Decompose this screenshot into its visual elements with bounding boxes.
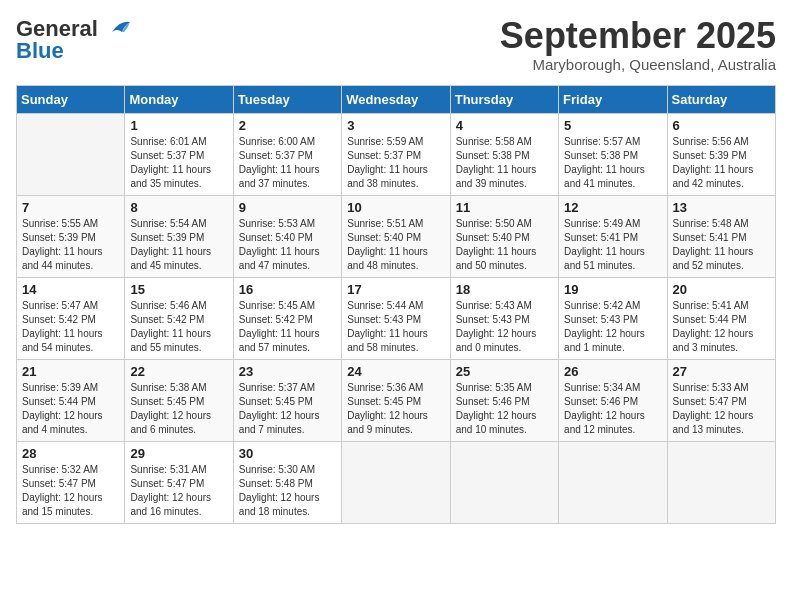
header-day-monday: Monday — [125, 85, 233, 113]
day-number: 30 — [239, 446, 336, 461]
header-day-friday: Friday — [559, 85, 667, 113]
day-info: Sunrise: 5:38 AMSunset: 5:45 PMDaylight:… — [130, 381, 227, 437]
calendar-cell: 2Sunrise: 6:00 AMSunset: 5:37 PMDaylight… — [233, 113, 341, 195]
day-info: Sunrise: 5:57 AMSunset: 5:38 PMDaylight:… — [564, 135, 661, 191]
calendar-cell: 22Sunrise: 5:38 AMSunset: 5:45 PMDayligh… — [125, 359, 233, 441]
day-number: 15 — [130, 282, 227, 297]
calendar-cell: 7Sunrise: 5:55 AMSunset: 5:39 PMDaylight… — [17, 195, 125, 277]
day-info: Sunrise: 5:41 AMSunset: 5:44 PMDaylight:… — [673, 299, 770, 355]
calendar-cell — [342, 441, 450, 523]
day-info: Sunrise: 5:39 AMSunset: 5:44 PMDaylight:… — [22, 381, 119, 437]
calendar-cell: 21Sunrise: 5:39 AMSunset: 5:44 PMDayligh… — [17, 359, 125, 441]
day-info: Sunrise: 5:37 AMSunset: 5:45 PMDaylight:… — [239, 381, 336, 437]
header-day-tuesday: Tuesday — [233, 85, 341, 113]
day-number: 5 — [564, 118, 661, 133]
header-day-wednesday: Wednesday — [342, 85, 450, 113]
logo-bird-icon — [102, 18, 130, 40]
calendar-cell: 24Sunrise: 5:36 AMSunset: 5:45 PMDayligh… — [342, 359, 450, 441]
day-number: 11 — [456, 200, 553, 215]
header-day-saturday: Saturday — [667, 85, 775, 113]
calendar-cell: 6Sunrise: 5:56 AMSunset: 5:39 PMDaylight… — [667, 113, 775, 195]
calendar-cell: 12Sunrise: 5:49 AMSunset: 5:41 PMDayligh… — [559, 195, 667, 277]
day-number: 18 — [456, 282, 553, 297]
calendar-cell: 5Sunrise: 5:57 AMSunset: 5:38 PMDaylight… — [559, 113, 667, 195]
day-info: Sunrise: 5:34 AMSunset: 5:46 PMDaylight:… — [564, 381, 661, 437]
day-number: 2 — [239, 118, 336, 133]
calendar-cell: 9Sunrise: 5:53 AMSunset: 5:40 PMDaylight… — [233, 195, 341, 277]
header-day-sunday: Sunday — [17, 85, 125, 113]
calendar-cell: 29Sunrise: 5:31 AMSunset: 5:47 PMDayligh… — [125, 441, 233, 523]
day-number: 9 — [239, 200, 336, 215]
day-number: 25 — [456, 364, 553, 379]
calendar-cell: 4Sunrise: 5:58 AMSunset: 5:38 PMDaylight… — [450, 113, 558, 195]
day-number: 24 — [347, 364, 444, 379]
logo-blue-text: Blue — [16, 38, 64, 64]
day-info: Sunrise: 5:47 AMSunset: 5:42 PMDaylight:… — [22, 299, 119, 355]
calendar-header-row: SundayMondayTuesdayWednesdayThursdayFrid… — [17, 85, 776, 113]
calendar-cell: 25Sunrise: 5:35 AMSunset: 5:46 PMDayligh… — [450, 359, 558, 441]
day-number: 8 — [130, 200, 227, 215]
title-block: September 2025 Maryborough, Queensland, … — [500, 16, 776, 73]
day-number: 23 — [239, 364, 336, 379]
day-info: Sunrise: 5:30 AMSunset: 5:48 PMDaylight:… — [239, 463, 336, 519]
day-number: 13 — [673, 200, 770, 215]
day-info: Sunrise: 5:55 AMSunset: 5:39 PMDaylight:… — [22, 217, 119, 273]
day-number: 28 — [22, 446, 119, 461]
day-number: 27 — [673, 364, 770, 379]
calendar-cell: 20Sunrise: 5:41 AMSunset: 5:44 PMDayligh… — [667, 277, 775, 359]
calendar-cell — [17, 113, 125, 195]
day-info: Sunrise: 5:48 AMSunset: 5:41 PMDaylight:… — [673, 217, 770, 273]
day-number: 20 — [673, 282, 770, 297]
calendar-cell — [450, 441, 558, 523]
day-info: Sunrise: 5:46 AMSunset: 5:42 PMDaylight:… — [130, 299, 227, 355]
calendar-cell: 17Sunrise: 5:44 AMSunset: 5:43 PMDayligh… — [342, 277, 450, 359]
day-number: 4 — [456, 118, 553, 133]
header-day-thursday: Thursday — [450, 85, 558, 113]
calendar-cell: 19Sunrise: 5:42 AMSunset: 5:43 PMDayligh… — [559, 277, 667, 359]
day-info: Sunrise: 5:50 AMSunset: 5:40 PMDaylight:… — [456, 217, 553, 273]
day-info: Sunrise: 5:49 AMSunset: 5:41 PMDaylight:… — [564, 217, 661, 273]
calendar-cell: 8Sunrise: 5:54 AMSunset: 5:39 PMDaylight… — [125, 195, 233, 277]
page-header: General Blue September 2025 Maryborough,… — [16, 16, 776, 73]
day-number: 14 — [22, 282, 119, 297]
day-info: Sunrise: 5:44 AMSunset: 5:43 PMDaylight:… — [347, 299, 444, 355]
day-info: Sunrise: 6:01 AMSunset: 5:37 PMDaylight:… — [130, 135, 227, 191]
day-info: Sunrise: 5:59 AMSunset: 5:37 PMDaylight:… — [347, 135, 444, 191]
day-number: 19 — [564, 282, 661, 297]
calendar-cell: 1Sunrise: 6:01 AMSunset: 5:37 PMDaylight… — [125, 113, 233, 195]
calendar-cell: 3Sunrise: 5:59 AMSunset: 5:37 PMDaylight… — [342, 113, 450, 195]
calendar-cell: 28Sunrise: 5:32 AMSunset: 5:47 PMDayligh… — [17, 441, 125, 523]
day-number: 22 — [130, 364, 227, 379]
calendar-week-row: 28Sunrise: 5:32 AMSunset: 5:47 PMDayligh… — [17, 441, 776, 523]
day-info: Sunrise: 5:33 AMSunset: 5:47 PMDaylight:… — [673, 381, 770, 437]
calendar-cell: 30Sunrise: 5:30 AMSunset: 5:48 PMDayligh… — [233, 441, 341, 523]
day-number: 1 — [130, 118, 227, 133]
day-info: Sunrise: 5:54 AMSunset: 5:39 PMDaylight:… — [130, 217, 227, 273]
calendar-week-row: 7Sunrise: 5:55 AMSunset: 5:39 PMDaylight… — [17, 195, 776, 277]
day-number: 7 — [22, 200, 119, 215]
day-info: Sunrise: 5:36 AMSunset: 5:45 PMDaylight:… — [347, 381, 444, 437]
day-info: Sunrise: 5:53 AMSunset: 5:40 PMDaylight:… — [239, 217, 336, 273]
calendar-cell: 26Sunrise: 5:34 AMSunset: 5:46 PMDayligh… — [559, 359, 667, 441]
day-info: Sunrise: 5:45 AMSunset: 5:42 PMDaylight:… — [239, 299, 336, 355]
logo: General Blue — [16, 16, 130, 64]
day-number: 21 — [22, 364, 119, 379]
day-info: Sunrise: 5:43 AMSunset: 5:43 PMDaylight:… — [456, 299, 553, 355]
day-info: Sunrise: 5:32 AMSunset: 5:47 PMDaylight:… — [22, 463, 119, 519]
day-info: Sunrise: 6:00 AMSunset: 5:37 PMDaylight:… — [239, 135, 336, 191]
day-info: Sunrise: 5:58 AMSunset: 5:38 PMDaylight:… — [456, 135, 553, 191]
calendar-week-row: 1Sunrise: 6:01 AMSunset: 5:37 PMDaylight… — [17, 113, 776, 195]
day-number: 26 — [564, 364, 661, 379]
calendar-cell: 15Sunrise: 5:46 AMSunset: 5:42 PMDayligh… — [125, 277, 233, 359]
calendar-table: SundayMondayTuesdayWednesdayThursdayFrid… — [16, 85, 776, 524]
day-number: 10 — [347, 200, 444, 215]
month-title: September 2025 — [500, 16, 776, 56]
calendar-cell — [559, 441, 667, 523]
calendar-cell: 10Sunrise: 5:51 AMSunset: 5:40 PMDayligh… — [342, 195, 450, 277]
calendar-cell: 13Sunrise: 5:48 AMSunset: 5:41 PMDayligh… — [667, 195, 775, 277]
calendar-cell: 18Sunrise: 5:43 AMSunset: 5:43 PMDayligh… — [450, 277, 558, 359]
calendar-cell: 27Sunrise: 5:33 AMSunset: 5:47 PMDayligh… — [667, 359, 775, 441]
day-number: 16 — [239, 282, 336, 297]
calendar-week-row: 21Sunrise: 5:39 AMSunset: 5:44 PMDayligh… — [17, 359, 776, 441]
calendar-cell — [667, 441, 775, 523]
